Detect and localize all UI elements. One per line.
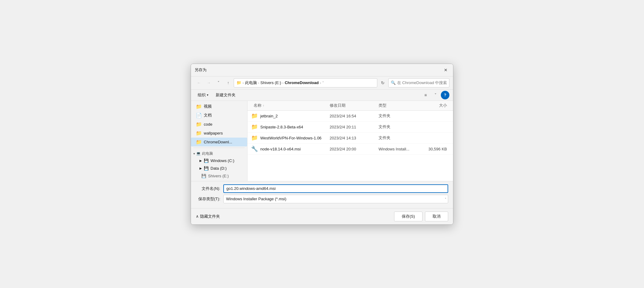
filetype-label: 保存类型(T):	[196, 196, 223, 202]
file-date-0: 2023/2/4 16:54	[327, 114, 376, 118]
breadcrumb-bar[interactable]: 📁 › 此电脑 › Shivers (E:) › ChromeDownload …	[234, 78, 377, 87]
hide-folder-label: 隐藏文件夹	[200, 214, 220, 219]
breadcrumb-folder-icon: 📁	[236, 80, 241, 85]
col-header-type[interactable]: 类型	[376, 103, 419, 108]
sidebar-item-data-d[interactable]: ▶ 💾 Data (D:)	[191, 164, 247, 172]
col-header-name[interactable]: 名称 ↑	[251, 103, 327, 108]
organize-button[interactable]: 组织 ▾	[195, 91, 211, 99]
filename-label: 文件名(N):	[196, 186, 223, 191]
bottom-form-area: 文件名(N): 保存类型(T): Windows Installer Packa…	[191, 181, 453, 208]
sidebar-label-chromedownload: ChromeDownl...	[204, 140, 232, 144]
file-type-3: Windows Install...	[376, 147, 419, 151]
data-drive-icon: 💾	[204, 166, 209, 171]
toolbar: 组织 ▾ 新建文件夹 ≡ ˅ ?	[191, 90, 453, 101]
title-bar: 另存为 ✕	[191, 64, 453, 76]
organize-arrow: ▾	[207, 93, 208, 97]
filename-row: 文件名(N):	[196, 184, 448, 193]
sidebar-item-code[interactable]: 📁 code	[191, 120, 247, 129]
filename-input[interactable]	[223, 184, 448, 193]
close-button[interactable]: ✕	[442, 66, 449, 74]
sidebar-item-video[interactable]: 📁 视频 📌	[191, 102, 247, 111]
view-button[interactable]: ≡	[421, 91, 430, 99]
view-dropdown-icon: ˅	[434, 93, 437, 98]
file-name-0: jetbrain_2	[260, 114, 327, 118]
windows-drive-icon: 💾	[204, 158, 209, 163]
this-pc-section[interactable]: ▾ 💻 此电脑	[191, 149, 247, 157]
footer: ∧ 隐藏文件夹 保存(S) 取消	[191, 208, 453, 224]
breadcrumb-item-0[interactable]: 此电脑	[245, 80, 257, 86]
breadcrumb-sep-3: ›	[320, 81, 321, 85]
file-icon-1: 📁	[251, 124, 258, 130]
sidebar-label-windows-c: Windows (C:)	[210, 158, 234, 163]
new-folder-label: 新建文件夹	[216, 92, 236, 98]
sidebar-item-shivers-e[interactable]: 💾 Shivers (E:)	[191, 172, 247, 180]
sidebar-item-windows-c[interactable]: ▶ 💾 Windows (C:)	[191, 157, 247, 164]
filetype-select-wrapper: Windows Installer Package (*.msi) ˅	[223, 195, 448, 203]
sidebar-label-shivers-e: Shivers (E:)	[208, 174, 229, 178]
breadcrumb-dropdown[interactable]: ˅	[322, 81, 324, 84]
sidebar-item-wallpapers[interactable]: 📁 wallpapers	[191, 129, 247, 138]
doc-icon: 📄	[196, 113, 202, 118]
expand-icon-data: ▶	[199, 167, 202, 170]
this-pc-label: 此电脑	[202, 151, 213, 156]
back-button[interactable]: ←	[195, 79, 203, 87]
hide-folder-toggle[interactable]: ∧ 隐藏文件夹	[196, 214, 220, 219]
sidebar-item-doc[interactable]: 📄 文档 📌	[191, 111, 247, 120]
file-date-1: 2023/2/4 20:11	[327, 125, 376, 129]
wallpapers-folder-icon: 📁	[196, 130, 202, 136]
video-icon: 📁	[196, 104, 202, 109]
save-dialog: 另存为 ✕ ← → ˅ ↑ 📁 › 此电脑 › Shivers (E:) › C…	[191, 64, 453, 225]
breadcrumb-sep-2: ›	[282, 81, 284, 85]
file-rows-container: 📁 jetbrain_2 2023/2/4 16:54 文件夹 📁 Snipas…	[247, 111, 453, 155]
file-list-header: 名称 ↑ 修改日期 类型 大小	[247, 101, 453, 111]
col-header-size[interactable]: 大小	[419, 103, 449, 108]
toolbar-right: ≡ ˅ ?	[421, 91, 449, 99]
sort-arrow: ↑	[263, 104, 264, 107]
up-button[interactable]: ↑	[224, 79, 232, 87]
sidebar-label-doc: 文档	[204, 113, 212, 118]
file-type-0: 文件夹	[376, 113, 419, 119]
shivers-drive-icon: 💾	[201, 174, 206, 178]
sidebar-label-data-d: Data (D:)	[210, 166, 227, 171]
file-type-2: 文件夹	[376, 135, 419, 141]
sidebar-item-chromedownload[interactable]: 📁 ChromeDownl...	[191, 138, 247, 146]
this-pc-icon: 💻	[196, 151, 201, 156]
search-input[interactable]	[388, 78, 449, 87]
nav-dropdown-button[interactable]: ˅	[214, 79, 223, 87]
dialog-title: 另存为	[195, 67, 440, 73]
forward-button[interactable]: →	[204, 79, 213, 87]
expand-icon-windows: ▶	[199, 159, 202, 162]
save-button[interactable]: 保存(S)	[394, 212, 423, 221]
sidebar-divider	[193, 148, 245, 148]
nav-bar: ← → ˅ ↑ 📁 › 此电脑 › Shivers (E:) › ChromeD…	[191, 76, 453, 90]
sidebar-label-code: code	[204, 122, 212, 127]
refresh-button[interactable]: ↻	[379, 79, 387, 87]
file-icon-3: 🔧	[251, 146, 258, 152]
hide-folder-arrow: ∧	[196, 214, 199, 219]
col-header-date[interactable]: 修改日期	[327, 103, 376, 108]
file-type-1: 文件夹	[376, 124, 419, 130]
table-row[interactable]: 📁 WestWorldVPN-For-Windows-1.06 2023/2/4…	[247, 133, 453, 144]
breadcrumb-item-1[interactable]: Shivers (E:)	[260, 80, 281, 85]
code-folder-icon: 📁	[196, 121, 202, 127]
file-size-3: 30,596 KB	[419, 147, 449, 151]
view-dropdown-button[interactable]: ˅	[431, 91, 440, 99]
filetype-row: 保存类型(T): Windows Installer Package (*.ms…	[196, 195, 448, 203]
file-icon-2: 📁	[251, 135, 258, 141]
main-content: 📁 视频 📌 📄 文档 📌 📁 code 📁 wallpapers 📁 Chro…	[191, 101, 453, 181]
file-name-2: WestWorldVPN-For-Windows-1.06	[260, 136, 327, 140]
table-row[interactable]: 📁 jetbrain_2 2023/2/4 16:54 文件夹	[247, 111, 453, 122]
table-row[interactable]: 📁 Snipaste-2.8.3-Beta-x64 2023/2/4 20:11…	[247, 122, 453, 133]
this-pc-expand-icon: ▾	[193, 152, 195, 155]
new-folder-button[interactable]: 新建文件夹	[213, 91, 239, 99]
help-button[interactable]: ?	[441, 91, 449, 99]
breadcrumb-item-2[interactable]: ChromeDownload	[285, 80, 319, 85]
breadcrumb-sep-0: ›	[243, 81, 244, 85]
table-row[interactable]: 🔧 node-v18.14.0-x64.msi 2023/2/4 20:00 W…	[247, 144, 453, 155]
cancel-button[interactable]: 取消	[425, 212, 448, 221]
filetype-select[interactable]: Windows Installer Package (*.msi)	[223, 195, 448, 203]
organize-label: 组织	[198, 92, 206, 98]
file-name-1: Snipaste-2.8.3-Beta-x64	[260, 125, 327, 129]
file-name-3: node-v18.14.0-x64.msi	[260, 147, 327, 151]
breadcrumb-sep-1: ›	[258, 81, 259, 85]
